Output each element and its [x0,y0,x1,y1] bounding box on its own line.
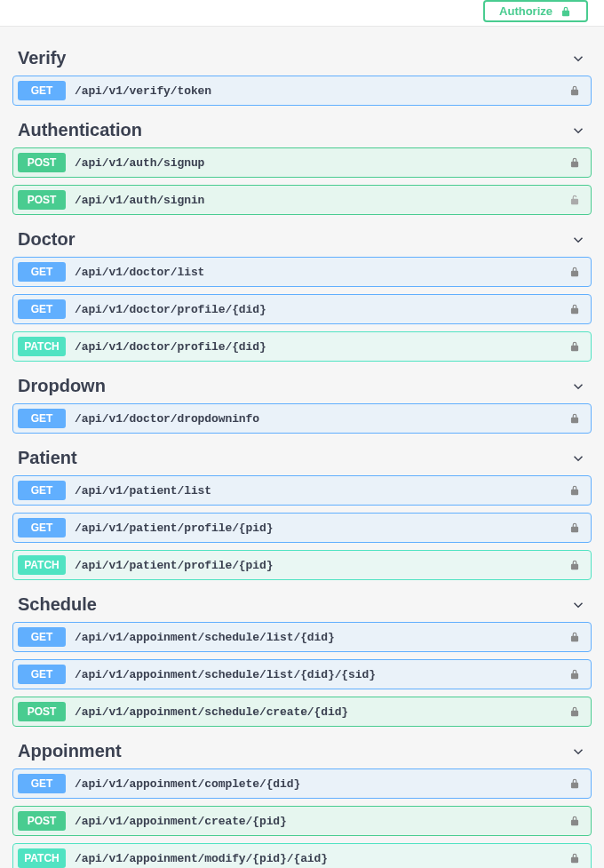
endpoint-row[interactable]: GET/api/v1/appoinment/schedule/list/{did… [12,622,592,652]
lock-closed-icon[interactable] [568,84,581,97]
endpoint-path: /api/v1/doctor/profile/{did} [75,340,568,354]
method-badge-get: GET [18,774,66,793]
method-badge-get: GET [18,665,66,684]
lock-closed-icon[interactable] [568,705,581,718]
endpoint-row[interactable]: POST/api/v1/auth/signin [12,185,592,215]
method-badge-get: GET [18,262,66,282]
method-badge-post: POST [18,702,66,721]
authorize-button[interactable]: Authorize [483,0,588,22]
lock-closed-icon[interactable] [568,777,581,790]
endpoint-path: /api/v1/appoinment/schedule/list/{did} [75,631,568,644]
section-title: Verify [18,48,66,68]
endpoint-path: /api/v1/appoinment/create/{pid} [75,815,568,828]
endpoint-path: /api/v1/appoinment/schedule/create/{did} [75,705,568,719]
section-appoinment: AppoinmentGET/api/v1/appoinment/complete… [12,739,592,868]
section-header[interactable]: Authentication [12,118,592,147]
lock-closed-icon[interactable] [568,852,581,864]
section-header[interactable]: Appoinment [12,739,592,768]
lock-closed-icon[interactable] [568,631,581,643]
chevron-down-icon [570,744,586,760]
method-badge-post: POST [18,153,66,172]
lock-closed-icon[interactable] [568,815,581,827]
method-badge-get: GET [18,409,66,428]
api-sections: VerifyGET/api/v1/verify/tokenAuthenticat… [0,26,604,868]
endpoint-path: /api/v1/verify/token [75,84,568,98]
lock-icon [560,5,572,18]
endpoint-row[interactable]: GET/api/v1/verify/token [12,76,592,106]
endpoint-row[interactable]: GET/api/v1/patient/list [12,475,592,506]
section-title: Patient [18,448,77,468]
section-header[interactable]: Dropdown [12,374,592,403]
endpoint-row[interactable]: POST/api/v1/auth/signup [12,147,592,178]
endpoint-row[interactable]: POST/api/v1/appoinment/schedule/create/{… [12,697,592,727]
top-bar: Authorize [0,0,604,26]
endpoint-path: /api/v1/doctor/dropdowninfo [75,412,568,426]
endpoint-row[interactable]: GET/api/v1/doctor/dropdowninfo [12,403,592,434]
endpoint-row[interactable]: GET/api/v1/appoinment/schedule/list/{did… [12,659,592,689]
chevron-down-icon [570,378,586,394]
endpoint-path: /api/v1/auth/signin [75,194,568,207]
method-badge-get: GET [18,627,66,647]
endpoint-path: /api/v1/appoinment/complete/{did} [75,777,568,791]
lock-closed-icon[interactable] [568,266,581,278]
section-header[interactable]: Patient [12,446,592,475]
endpoint-path: /api/v1/auth/signup [75,156,568,170]
chevron-down-icon [570,450,586,466]
section-doctor: DoctorGET/api/v1/doctor/listGET/api/v1/d… [12,227,592,362]
method-badge-patch: PATCH [18,555,66,575]
section-title: Authentication [18,120,142,140]
method-badge-get: GET [18,481,66,500]
method-badge-patch: PATCH [18,848,66,868]
chevron-down-icon [570,597,586,613]
chevron-down-icon [570,51,586,67]
authorize-label: Authorize [499,4,552,18]
lock-closed-icon[interactable] [568,484,581,497]
endpoint-path: /api/v1/patient/profile/{pid} [75,522,568,535]
endpoint-row[interactable]: PATCH/api/v1/appoinment/modify/{pid}/{ai… [12,843,592,868]
method-badge-post: POST [18,190,66,210]
section-verify: VerifyGET/api/v1/verify/token [12,46,592,106]
method-badge-get: GET [18,81,66,100]
lock-closed-icon[interactable] [568,522,581,534]
lock-closed-icon[interactable] [568,156,581,169]
section-title: Doctor [18,229,75,250]
chevron-down-icon [570,123,586,139]
endpoint-path: /api/v1/patient/list [75,484,568,498]
lock-closed-icon[interactable] [568,340,581,353]
lock-closed-icon[interactable] [568,559,581,571]
section-header[interactable]: Schedule [12,593,592,622]
endpoint-row[interactable]: GET/api/v1/patient/profile/{pid} [12,513,592,543]
endpoint-row[interactable]: PATCH/api/v1/patient/profile/{pid} [12,550,592,580]
method-badge-post: POST [18,811,66,831]
method-badge-get: GET [18,518,66,538]
lock-closed-icon[interactable] [568,668,581,681]
endpoint-path: /api/v1/doctor/list [75,266,568,279]
method-badge-patch: PATCH [18,337,66,356]
endpoint-row[interactable]: GET/api/v1/appoinment/complete/{did} [12,768,592,799]
endpoint-row[interactable]: POST/api/v1/appoinment/create/{pid} [12,806,592,836]
section-title: Schedule [18,594,97,615]
lock-closed-icon[interactable] [568,412,581,425]
endpoint-path: /api/v1/patient/profile/{pid} [75,559,568,572]
section-authentication: AuthenticationPOST/api/v1/auth/signupPOS… [12,118,592,215]
section-patient: PatientGET/api/v1/patient/listGET/api/v1… [12,446,592,580]
method-badge-get: GET [18,299,66,319]
endpoint-path: /api/v1/doctor/profile/{did} [75,303,568,316]
endpoint-row[interactable]: PATCH/api/v1/doctor/profile/{did} [12,331,592,362]
endpoint-row[interactable]: GET/api/v1/doctor/list [12,257,592,287]
endpoint-row[interactable]: GET/api/v1/doctor/profile/{did} [12,294,592,324]
endpoint-path: /api/v1/appoinment/modify/{pid}/{aid} [75,852,568,865]
lock-closed-icon[interactable] [568,303,581,315]
chevron-down-icon [570,232,586,248]
endpoint-path: /api/v1/appoinment/schedule/list/{did}/{… [75,668,568,681]
section-header[interactable]: Verify [12,46,592,76]
lock-open-icon[interactable] [568,194,581,206]
section-header[interactable]: Doctor [12,227,592,257]
section-schedule: ScheduleGET/api/v1/appoinment/schedule/l… [12,593,592,727]
section-title: Appoinment [18,741,122,761]
section-title: Dropdown [18,376,106,396]
section-dropdown: DropdownGET/api/v1/doctor/dropdowninfo [12,374,592,434]
